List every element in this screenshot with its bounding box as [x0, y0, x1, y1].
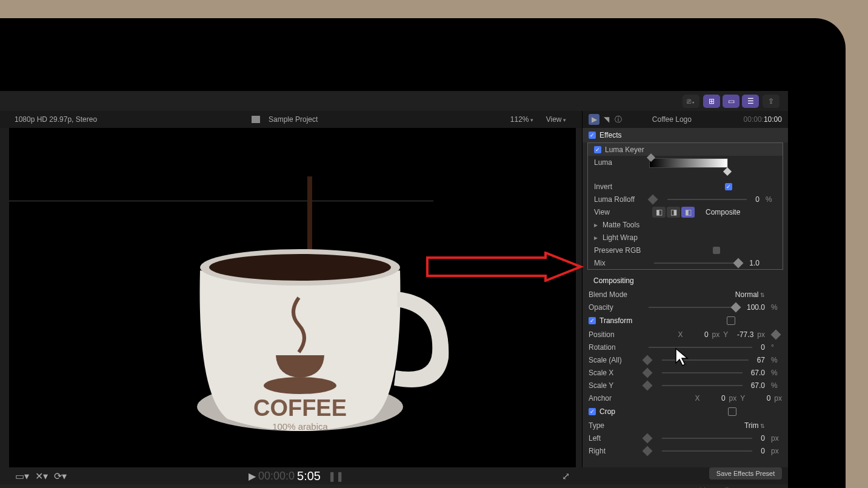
light-wrap-label[interactable]: Light Wrap: [603, 233, 638, 242]
color-inspector-tab[interactable]: ◥: [601, 114, 612, 125]
opacity-value[interactable]: 100.0: [747, 303, 767, 312]
fullscreen-icon[interactable]: ⤢: [562, 470, 570, 482]
effects-section-header[interactable]: ✓Effects: [583, 128, 788, 142]
display-options-icon[interactable]: ▭▾: [15, 470, 29, 482]
zoom-dropdown[interactable]: 112%: [510, 115, 533, 124]
info-inspector-tab[interactable]: ⓘ: [613, 114, 624, 125]
position-x-value[interactable]: 0: [687, 330, 709, 339]
luma-keyer-effect-group: ✓Luma Keyer Luma Invert ✓ Luma Rolloff 0…: [587, 142, 783, 270]
opacity-slider[interactable]: [649, 307, 738, 308]
crop-right-label: Right: [589, 447, 640, 455]
mix-label: Mix: [594, 259, 646, 267]
transform-section-header[interactable]: ✓Transform: [583, 313, 788, 328]
rotation-value[interactable]: 0: [761, 343, 767, 352]
crop-left-slider[interactable]: [662, 438, 752, 439]
crop-section-header[interactable]: ✓Crop: [583, 404, 788, 419]
crop-type-label: Type: [589, 421, 640, 430]
scale-all-label: Scale (All): [589, 356, 640, 364]
project-name: Sample Project: [269, 115, 318, 124]
preserve-rgb-label: Preserve RGB: [594, 246, 646, 255]
luma-keyer-title: Luma Keyer: [605, 145, 644, 154]
crop-type-value[interactable]: Trim: [744, 421, 767, 430]
keyframe-icon[interactable]: [643, 446, 653, 456]
invert-checkbox[interactable]: ✓: [725, 183, 732, 190]
viewer-canvas[interactable]: COFFEE 100% arabica: [9, 128, 576, 467]
rolloff-slider[interactable]: [667, 199, 747, 200]
view-mode-1[interactable]: ◧: [652, 207, 666, 218]
blend-mode-label: Blend Mode: [589, 290, 640, 299]
svg-text:COFFEE: COFFEE: [253, 395, 347, 421]
luma-rolloff-label: Luma Rolloff: [594, 195, 646, 204]
view-value: Composite: [706, 208, 743, 216]
keyframe-icon[interactable]: [771, 329, 781, 339]
disclosure-triangle-icon[interactable]: ▸: [594, 233, 598, 242]
crop-left-value[interactable]: 0: [761, 434, 767, 443]
transform-checkbox[interactable]: ✓: [589, 317, 596, 324]
matte-tools-label[interactable]: Matte Tools: [603, 221, 639, 229]
crop-left-label: Left: [589, 434, 640, 443]
playhead-timecode: 5:05: [297, 469, 321, 483]
connect-icon[interactable]: ⎚▾: [683, 95, 699, 108]
svg-point-3: [209, 254, 391, 281]
share-icon[interactable]: ⇪: [763, 95, 780, 108]
opacity-label: Opacity: [589, 303, 640, 312]
preserve-rgb-checkbox[interactable]: [713, 247, 720, 254]
rolloff-value[interactable]: 0: [755, 195, 762, 204]
view-label: View: [594, 208, 646, 216]
view-mode-3[interactable]: ◧: [681, 207, 695, 218]
format-label: 1080p HD 29.97p, Stereo: [15, 115, 97, 124]
scale-y-value[interactable]: 67.0: [751, 381, 767, 390]
retime-options-icon[interactable]: ⟳▾: [54, 470, 67, 482]
keyframe-icon[interactable]: [648, 194, 658, 204]
keyframe-icon[interactable]: [643, 380, 653, 390]
inspector-header: ▶ ◥ ⓘ Coffee Logo 00:00:10:00: [582, 111, 788, 128]
svg-text:100% arabica: 100% arabica: [272, 421, 328, 432]
scale-all-slider[interactable]: [662, 359, 749, 361]
reset-icon[interactable]: [728, 407, 736, 416]
crop-checkbox[interactable]: ✓: [589, 408, 596, 415]
view-dropdown[interactable]: View: [546, 115, 566, 124]
top-toolbar: ⎚▾ ⊞ ▭ ☰ ⇪: [0, 91, 788, 111]
view-mode-2[interactable]: ◨: [667, 207, 680, 218]
scale-y-label: Scale Y: [589, 381, 640, 390]
position-y-value[interactable]: -77.3: [732, 330, 753, 339]
save-effects-preset-button[interactable]: Save Effects Preset: [709, 467, 782, 480]
layout-filmstrip-icon[interactable]: ▭: [723, 95, 739, 108]
layout-grid-icon[interactable]: ⊞: [703, 95, 720, 108]
pause-icon[interactable]: ❚❚: [328, 470, 344, 482]
play-icon[interactable]: ▶: [249, 470, 256, 482]
scale-x-value[interactable]: 67.0: [751, 369, 767, 377]
mix-slider[interactable]: [654, 262, 741, 264]
preview-content: COFFEE 100% arabica: [142, 176, 458, 455]
clip-icon: [252, 116, 260, 123]
mix-value[interactable]: 1.0: [749, 259, 762, 267]
scale-x-label: Scale X: [589, 369, 640, 377]
crop-right-slider[interactable]: [662, 450, 752, 452]
svg-rect-0: [307, 176, 312, 261]
video-inspector-tab[interactable]: ▶: [589, 114, 599, 125]
keyframe-icon[interactable]: [643, 355, 653, 365]
scale-y-slider[interactable]: [662, 385, 743, 386]
luma-keyer-checkbox[interactable]: ✓: [594, 146, 601, 153]
scale-all-value[interactable]: 67: [757, 356, 767, 364]
disclosure-triangle-icon[interactable]: ▸: [594, 221, 598, 229]
anchor-y-value[interactable]: 0: [749, 394, 770, 403]
compositing-section-header[interactable]: Compositing: [583, 273, 788, 288]
keyframe-icon[interactable]: [643, 367, 653, 378]
anchor-x-value[interactable]: 0: [704, 394, 726, 403]
luma-gradient-control[interactable]: [649, 158, 728, 173]
reset-icon[interactable]: [727, 316, 735, 325]
blend-mode-value[interactable]: Normal: [735, 290, 767, 299]
rotation-label: Rotation: [589, 343, 640, 352]
viewer-playbar: ▭▾ ✕▾ ⟳▾ ▶ 00:00:05:05 ❚❚ ⤢: [9, 467, 576, 484]
crop-right-value[interactable]: 0: [761, 447, 767, 455]
effects-checkbox[interactable]: ✓: [589, 132, 596, 139]
scale-x-slider[interactable]: [662, 372, 743, 373]
rotation-slider[interactable]: [649, 347, 752, 348]
luma-label: Luma: [594, 158, 646, 167]
layout-timeline-icon[interactable]: ☰: [742, 95, 759, 108]
tool-options-icon[interactable]: ✕▾: [35, 470, 48, 482]
keyframe-icon[interactable]: [643, 433, 653, 443]
anchor-label: Anchor: [589, 394, 640, 403]
inspector-panel: ✓Effects ✓Luma Keyer Luma Invert ✓ Luma …: [582, 128, 788, 467]
